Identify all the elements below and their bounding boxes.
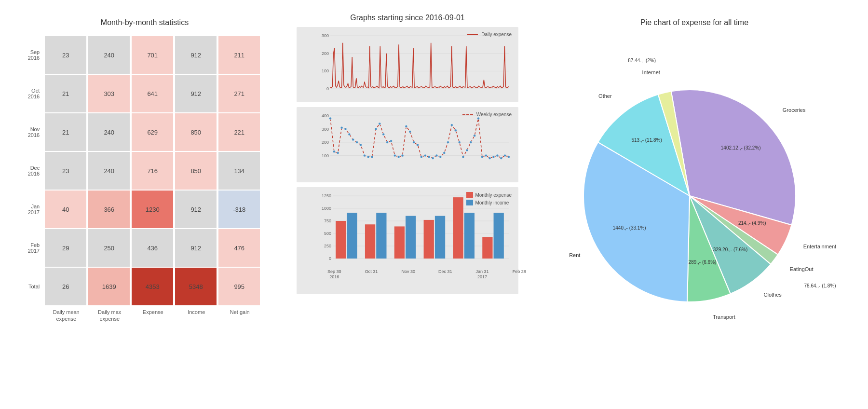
pie-value: 1440.,- (33.1%)	[613, 225, 646, 231]
xaxis-label: Oct 31	[353, 269, 390, 280]
svg-point-41	[417, 144, 419, 146]
heatmap-cell: 303	[88, 75, 130, 112]
pie-label: Clothes	[764, 292, 782, 298]
heatmap-cell: 211	[218, 36, 260, 74]
heatmap-cell: 29	[45, 229, 86, 267]
heatmap-cell: 912	[175, 191, 217, 228]
svg-rect-82	[376, 213, 386, 259]
heatmap-cell: 850	[175, 113, 217, 151]
svg-point-23	[348, 133, 351, 136]
svg-text:500: 500	[324, 231, 331, 236]
heatmap-cell: 40	[45, 191, 86, 228]
heatmap-cell: 912	[175, 36, 217, 74]
pie-value-small: 87.44.,- (2%)	[628, 58, 656, 63]
heatmap-col-label: Daily max expense	[88, 309, 131, 323]
heatmap-cell: 21	[45, 75, 86, 112]
svg-point-20	[337, 152, 339, 154]
svg-point-18	[329, 117, 332, 120]
heatmap-cell: 240	[88, 36, 130, 74]
svg-point-64	[504, 154, 506, 157]
svg-text:750: 750	[324, 218, 331, 223]
heatmap-cell: 476	[218, 229, 260, 267]
svg-rect-90	[494, 213, 504, 259]
svg-point-58	[481, 156, 483, 158]
svg-text:0: 0	[326, 86, 329, 91]
heatmap-col-label: Expense	[131, 309, 175, 323]
svg-text:0: 0	[329, 256, 331, 261]
pie-panel: Pie chart of expense for all time Grocer…	[526, 0, 863, 365]
heatmap-cell: 240	[88, 113, 130, 151]
xaxis-label: Feb 28	[501, 269, 538, 280]
heatmap-container: Sep 2016Oct 2016Nov 2016Dec 2016Jan 2017…	[28, 36, 261, 330]
svg-rect-81	[365, 224, 375, 259]
heatmap-col-label: Income	[175, 309, 218, 323]
svg-point-19	[333, 150, 335, 153]
heatmap-cell: 629	[132, 113, 173, 151]
pie-label: Internet	[642, 69, 660, 75]
svg-rect-87	[453, 197, 463, 259]
heatmap-row-label: Nov 2016	[28, 113, 42, 151]
pie-label: Entertainment	[803, 244, 836, 249]
heatmap-cell: 912	[175, 229, 217, 267]
svg-rect-88	[464, 213, 475, 259]
svg-point-21	[340, 126, 343, 129]
svg-text:400: 400	[322, 113, 329, 118]
heatmap-cell: 26	[45, 268, 86, 305]
heatmap-cell: 436	[132, 229, 173, 267]
heatmap-col-label: Daily mean expense	[44, 309, 88, 323]
svg-rect-89	[482, 237, 492, 259]
svg-point-54	[466, 149, 468, 151]
svg-point-61	[492, 156, 495, 158]
svg-point-40	[413, 141, 415, 144]
svg-point-39	[409, 131, 411, 133]
heatmap-panel: Month-by-month statistics Sep 2016Oct 20…	[0, 0, 289, 335]
heatmap-col: 2403032402403662501639	[88, 36, 131, 306]
svg-point-65	[508, 156, 510, 158]
heatmap-col: 70164162971612304364353	[131, 36, 175, 306]
svg-point-55	[470, 141, 472, 144]
svg-point-25	[356, 141, 358, 144]
xaxis-label: Dec 31	[427, 269, 464, 280]
svg-point-24	[352, 138, 354, 141]
svg-point-34	[390, 140, 393, 142]
svg-text:1000: 1000	[322, 206, 331, 211]
svg-point-57	[477, 117, 480, 120]
svg-point-50	[450, 124, 453, 126]
svg-point-30	[375, 128, 377, 130]
svg-text:1250: 1250	[322, 193, 331, 198]
svg-point-29	[371, 156, 373, 158]
weekly-legend: Weekly expense	[462, 112, 512, 117]
pie-label: Other	[598, 93, 612, 99]
heatmap-cell: 850	[175, 152, 217, 190]
svg-point-59	[485, 154, 487, 157]
heatmap-cell: 271	[218, 75, 260, 112]
heatmap-cell: 134	[218, 152, 260, 190]
svg-point-53	[462, 156, 464, 158]
svg-text:300: 300	[322, 33, 329, 38]
svg-point-63	[500, 157, 502, 160]
heatmap-row-label: Oct 2016	[28, 74, 42, 113]
svg-rect-84	[406, 216, 416, 259]
svg-point-22	[344, 128, 347, 130]
daily-chart-box: Daily expense 0100200300	[297, 27, 518, 102]
heatmap-cell: 641	[132, 75, 173, 112]
pie-value: 329.20.,- (7.6%)	[713, 247, 748, 252]
svg-rect-80	[347, 213, 357, 259]
daily-legend: Daily expense	[467, 32, 512, 37]
svg-point-45	[432, 157, 434, 160]
pie-value: 1402.12.,- (32.2%)	[721, 145, 761, 150]
pie-wrapper: Groceries1402.12.,- (32.2%)Entertainment…	[550, 32, 839, 360]
heatmap-row-label: Sep 2016	[28, 36, 42, 74]
pie-title: Pie chart of expense for all time	[640, 18, 748, 27]
svg-point-27	[363, 154, 366, 157]
pie-value: 289.,- (6.6%)	[689, 259, 717, 265]
heatmap-cell: 701	[132, 36, 173, 74]
heatmap-cell: 366	[88, 191, 130, 228]
monthly-chart-box: Monthly expense Monthly income 025050075…	[297, 187, 518, 294]
heatmap-row-labels: Sep 2016Oct 2016Nov 2016Dec 2016Jan 2017…	[28, 36, 42, 330]
pie-label: Rent	[569, 252, 580, 258]
svg-point-51	[454, 129, 457, 132]
svg-rect-79	[336, 221, 346, 259]
svg-point-31	[379, 123, 381, 125]
svg-point-43	[424, 154, 426, 157]
